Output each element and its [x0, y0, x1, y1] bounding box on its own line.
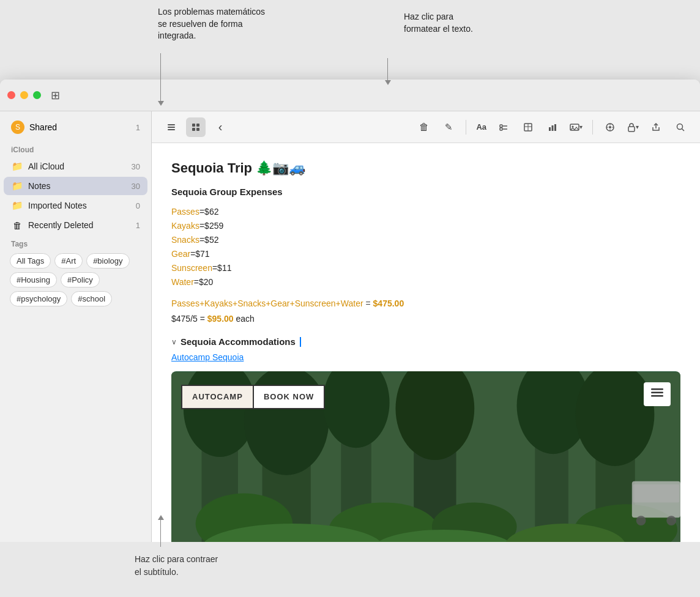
search-button[interactable]: [671, 117, 690, 137]
maximize-button[interactable]: [33, 91, 41, 99]
sidebar-item-all-icloud[interactable]: 📁 All iCloud 30: [4, 157, 147, 176]
svg-rect-54: [651, 395, 663, 397]
autocamp-banner: AUTOCAMP BOOK NOW: [181, 385, 325, 409]
annotation-arrow-format: [385, 80, 391, 85]
annotation-line-format: [387, 58, 388, 81]
svg-rect-15: [552, 125, 554, 131]
svg-line-27: [682, 128, 685, 131]
tags-header: Tags: [7, 240, 144, 248]
svg-rect-53: [651, 392, 663, 394]
svg-rect-9: [500, 128, 502, 130]
lock-button[interactable]: ▾: [625, 117, 641, 137]
expense-gear: Gear=$71: [171, 248, 680, 261]
tag-biology[interactable]: #biology: [86, 253, 129, 269]
annotation-arrow-math: [158, 101, 164, 106]
notes-count: 30: [132, 182, 140, 191]
tags-grid: All Tags #Art #biology #Housing #Policy …: [7, 253, 144, 306]
accommodations-title: Sequoia Accommodations: [181, 335, 296, 349]
svg-rect-7: [500, 125, 502, 127]
tag-all[interactable]: All Tags: [10, 253, 51, 269]
tag-school[interactable]: #school: [71, 291, 112, 306]
sidebar-toggle-button[interactable]: ⊞: [51, 89, 60, 102]
menu-icon-box[interactable]: [644, 382, 671, 406]
expense-sunscreen: Sunscreen=$11: [171, 262, 680, 275]
table-button[interactable]: [518, 117, 538, 137]
svg-rect-1: [168, 127, 175, 128]
tag-housing[interactable]: #Housing: [10, 272, 57, 287]
media-button[interactable]: ▾: [567, 117, 585, 137]
svg-point-48: [666, 516, 676, 525]
svg-point-47: [636, 516, 646, 525]
shared-count: 1: [136, 123, 140, 132]
svg-rect-14: [549, 127, 551, 131]
svg-point-18: [572, 125, 574, 127]
sidebar-item-imported[interactable]: 📁 Imported Notes 0: [4, 196, 147, 215]
all-icloud-label: All iCloud: [28, 161, 132, 171]
back-button[interactable]: ‹: [210, 117, 230, 137]
shared-avatar: S: [11, 121, 24, 134]
minimize-button[interactable]: [20, 91, 28, 99]
annotation-line-math: [160, 53, 161, 102]
share-button[interactable]: [646, 117, 666, 137]
annotation-math: Los problemas matemáticos se resuelven d…: [158, 6, 265, 42]
sidebar-item-recently-deleted[interactable]: 🗑 Recently Deleted 1: [4, 216, 147, 234]
sidebar: S Shared 1 iCloud 📁 All iCloud 30 📁 Note…: [0, 111, 152, 597]
accordion-chevron-icon[interactable]: ∨: [171, 336, 177, 347]
expense-kayaks: Kayaks=$259: [171, 220, 680, 232]
note-content: Sequoia Trip 🌲📷🚙 Sequoia Group Expenses …: [152, 143, 700, 597]
hamburger-icon: [651, 388, 663, 397]
book-now-label: BOOK NOW: [254, 385, 325, 409]
imported-notes-label: Imported Notes: [28, 201, 136, 210]
expense-snacks: Snacks=$52: [171, 234, 680, 247]
svg-rect-25: [628, 127, 635, 132]
toolbar-separator-1: [466, 120, 466, 135]
autocamp-link[interactable]: Autocamp Sequoia: [171, 351, 680, 364]
note-subtitle: Sequoia Group Expenses: [171, 185, 680, 199]
autocamp-label: AUTOCAMP: [181, 385, 254, 409]
bottom-annotation-arrow: [158, 515, 164, 520]
checklist-button[interactable]: [494, 117, 513, 137]
svg-rect-6: [196, 128, 199, 131]
sidebar-item-shared[interactable]: S Shared 1: [4, 117, 147, 138]
icloud-header: iCloud: [0, 141, 151, 157]
all-icloud-count: 30: [132, 162, 140, 171]
imported-folder-icon: 📁: [11, 199, 23, 212]
bottom-annotation-line: [160, 517, 161, 547]
app-body: S Shared 1 iCloud 📁 All iCloud 30 📁 Note…: [0, 111, 700, 597]
imported-notes-count: 0: [136, 201, 140, 210]
svg-point-26: [677, 124, 683, 129]
notes-folder-icon: 📁: [11, 180, 23, 192]
toolbar: ‹ 🗑 ✎ Aa: [152, 111, 700, 143]
expense-passes: Passes=$62: [171, 206, 680, 218]
math-formula-line: Passes+Kayaks+Snacks+Gear+Sunscreen+Wate…: [171, 297, 680, 310]
main-content: ‹ 🗑 ✎ Aa: [152, 111, 700, 597]
list-view-button[interactable]: [162, 117, 181, 137]
tag-policy[interactable]: #Policy: [61, 272, 100, 287]
svg-rect-2: [168, 129, 175, 130]
delete-button[interactable]: 🗑: [414, 117, 434, 137]
tags-section: Tags All Tags #Art #biology #Housing #Po…: [0, 235, 151, 311]
recently-deleted-label: Recently Deleted: [28, 220, 136, 230]
grid-view-button[interactable]: [186, 117, 206, 137]
shared-label: Shared: [29, 122, 136, 132]
expense-water: Water=$20: [171, 276, 680, 289]
accordion-header: ∨ Sequoia Accommodations: [171, 335, 680, 349]
collaborate-button[interactable]: [600, 117, 620, 137]
notes-label: Notes: [28, 181, 132, 191]
tag-psychology[interactable]: #psychology: [10, 291, 67, 306]
app-window: ⊞ S Shared 1 iCloud 📁 All iCloud 30: [0, 80, 700, 597]
trash-icon: 🗑: [11, 219, 23, 231]
autocamp-image: AUTOCAMP BOOK NOW: [171, 371, 680, 555]
sidebar-item-notes[interactable]: 📁 Notes 30: [4, 177, 147, 195]
format-text-button[interactable]: Aa: [474, 117, 489, 137]
close-button[interactable]: [7, 91, 15, 99]
chart-button[interactable]: [543, 117, 562, 137]
svg-rect-3: [192, 124, 195, 127]
compose-button[interactable]: ✎: [439, 117, 458, 137]
recently-deleted-count: 1: [136, 221, 140, 230]
svg-rect-52: [651, 388, 663, 390]
svg-rect-16: [554, 124, 556, 131]
svg-rect-5: [192, 128, 195, 131]
bottom-annotation-text: Haz clic para contraer el subtítulo.: [0, 549, 700, 579]
tag-art[interactable]: #Art: [54, 253, 83, 269]
